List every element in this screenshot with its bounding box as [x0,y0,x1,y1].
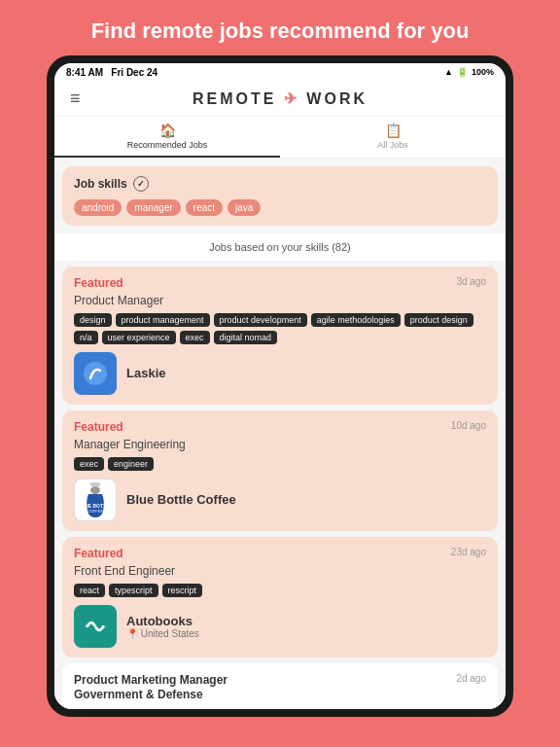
skills-section: Job skills ✓ android manager react java [62,166,498,226]
job-time-2: 10d ago [451,420,486,431]
device-frame: 8:41 AM Fri Dec 24 ▲ 🔋 100% ≡ REMOTE ✈ W… [47,55,513,717]
featured-label-2: Featured [74,420,123,434]
skill-tags: android manager react java [74,199,486,216]
tag-typescript[interactable]: typescript [109,584,158,597]
company-info-1: Laskie [126,366,165,380]
featured-label-3: Featured [74,547,123,560]
tag-product-mgmt[interactable]: product management [116,313,210,327]
status-time: 8:41 AM Fri Dec 24 [66,67,158,78]
title-part2: WORK [306,90,368,107]
skill-android[interactable]: android [74,199,122,216]
svg-point-2 [90,486,100,494]
skill-java[interactable]: java [228,199,261,216]
company-logo-autobooks [74,605,117,648]
check-icon: ✓ [133,176,149,192]
company-location-3: 📍 United States [126,628,199,639]
tag-design[interactable]: design [74,313,112,327]
home-icon: 🏠 [159,123,176,138]
job-card-header-4: Product Marketing Manager Government & D… [74,673,486,703]
tag-na[interactable]: n/a [74,331,98,344]
job-title-1: Product Manager [74,294,486,307]
skills-label: Job skills [74,177,127,191]
tab-recommended-label: Recommended Jobs [127,140,208,150]
tag-product-design[interactable]: product design [404,313,473,327]
company-row-2: BLUE BOTTLE COFFEE Blue Bottle Coffee [74,479,486,521]
tagline: Find remote jobs recommend for you [52,0,508,55]
job-tags-1: design product management product develo… [74,313,486,344]
job-card-header-3: Featured 23d ago [74,547,486,560]
list-icon: 📋 [385,123,402,138]
job-tags-2: exec engineer [74,457,486,471]
content-area[interactable]: Job skills ✓ android manager react java … [54,159,506,709]
job-title-2: Manager Engineering [74,438,486,451]
job-card-header: Featured 3d ago [74,276,486,290]
job-card-autobooks: Featured 23d ago Front End Engineer reac… [62,537,498,658]
company-name-2: Blue Bottle Coffee [126,492,236,507]
featured-label-1: Featured [74,276,123,290]
tab-all-jobs[interactable]: 📋 All Jobs [280,117,506,158]
company-name-3: Autobooks [126,614,199,628]
job-title-4: Product Marketing Manager Government & D… [74,673,298,703]
battery-icon: 🔋 [457,67,468,77]
company-logo-blue-bottle: BLUE BOTTLE COFFEE [74,479,117,521]
job-title-3: Front End Engineer [74,564,486,578]
status-bar: 8:41 AM Fri Dec 24 ▲ 🔋 100% [54,63,506,82]
tab-bar: 🏠 Recommended Jobs 📋 All Jobs [54,117,506,159]
app-title: REMOTE ✈ WORK [192,89,368,108]
job-tags-3: react typescript rescript [74,584,486,597]
wifi-icon: ▲ [444,67,453,77]
menu-icon[interactable]: ≡ [70,89,81,109]
svg-text:COFFEE: COFFEE [88,509,104,514]
svg-rect-1 [90,482,100,486]
tag-product-dev[interactable]: product development [214,313,307,327]
tag-react-3[interactable]: react [74,584,105,597]
tab-recommended-jobs[interactable]: 🏠 Recommended Jobs [54,117,280,158]
job-time-1: 3d ago [456,276,486,287]
title-part1: REMOTE [192,90,276,107]
tag-exec-2[interactable]: exec [74,457,104,471]
svg-point-0 [84,362,107,385]
tag-engineer[interactable]: engineer [108,457,154,471]
skills-header: Job skills ✓ [74,176,486,192]
tag-exec[interactable]: exec [180,331,210,344]
airplane-icon: ✈ [284,90,306,107]
skill-react[interactable]: react [186,199,223,216]
company-name-1: Laskie [126,366,165,380]
skill-manager[interactable]: manager [126,199,180,216]
tab-all-label: All Jobs [377,140,408,150]
device-screen: 8:41 AM Fri Dec 24 ▲ 🔋 100% ≡ REMOTE ✈ W… [54,63,506,709]
job-card-laskie: Featured 3d ago Product Manager design p… [62,267,498,405]
company-info-3: Autobooks 📍 United States [126,614,199,639]
job-time-3: 23d ago [451,547,486,557]
app-header: ≡ REMOTE ✈ WORK [54,82,506,117]
jobs-count-label: Jobs based on your skills (82) [209,241,351,253]
job-time-4: 2d ago [456,673,486,684]
tag-rescript[interactable]: rescript [162,584,203,597]
job-card-blue-bottle: Featured 10d ago Manager Engineering exe… [62,410,498,531]
tag-ux[interactable]: user experience [102,331,176,344]
status-icons: ▲ 🔋 100% [444,67,494,77]
tag-digital-nomad[interactable]: digital nomad [214,331,278,344]
company-row-1: Laskie [74,352,486,395]
job-card-whoop: Product Marketing Manager Government & D… [62,663,498,709]
jobs-count-bar: Jobs based on your skills (82) [54,233,506,261]
company-info-2: Blue Bottle Coffee [126,492,236,507]
job-card-header-2: Featured 10d ago [74,420,486,434]
company-row-3: Autobooks 📍 United States [74,605,486,648]
tag-agile[interactable]: agile methodologies [311,313,401,327]
company-logo-laskie [74,352,117,395]
